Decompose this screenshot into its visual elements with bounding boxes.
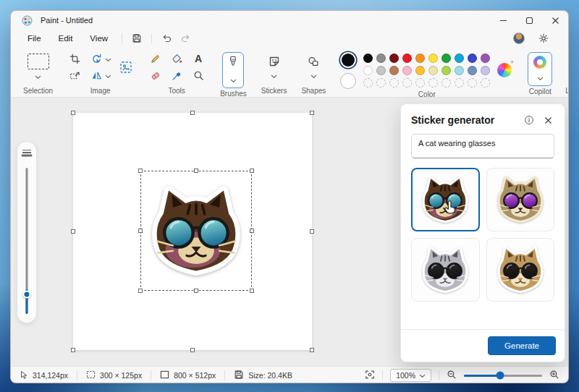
menu-edit[interactable]: Edit bbox=[51, 32, 81, 45]
color-swatch[interactable] bbox=[428, 66, 438, 75]
empty-color-slot[interactable] bbox=[389, 78, 399, 88]
fit-to-screen-icon[interactable] bbox=[365, 370, 375, 381]
color-swatch[interactable] bbox=[441, 66, 451, 75]
canvas-resize-handle[interactable] bbox=[310, 229, 314, 234]
stickers-icon[interactable] bbox=[267, 55, 282, 68]
selection-dropdown-chevron-icon[interactable] bbox=[35, 75, 41, 80]
canvas-resize-handle[interactable] bbox=[310, 348, 314, 352]
selection-handle[interactable] bbox=[250, 169, 254, 173]
empty-color-slot[interactable] bbox=[441, 78, 451, 88]
selection-handle[interactable] bbox=[250, 289, 254, 293]
color-swatch[interactable] bbox=[455, 54, 464, 63]
zoom-in-icon[interactable] bbox=[549, 370, 559, 381]
text-tool-icon[interactable]: A bbox=[191, 52, 206, 65]
color-swatch[interactable] bbox=[455, 66, 464, 75]
color-swatch[interactable] bbox=[363, 66, 373, 75]
info-icon[interactable] bbox=[523, 114, 536, 127]
resize-icon[interactable] bbox=[67, 69, 82, 82]
color-swatch[interactable] bbox=[402, 66, 412, 75]
menu-view[interactable]: View bbox=[82, 32, 116, 45]
empty-color-slot[interactable] bbox=[481, 78, 490, 88]
selection-tool-button[interactable] bbox=[28, 54, 49, 69]
selection-handle[interactable] bbox=[194, 289, 198, 293]
color-swatch[interactable] bbox=[363, 54, 373, 63]
color-swatch[interactable] bbox=[481, 66, 490, 75]
close-button[interactable] bbox=[542, 11, 568, 30]
shapes-chevron-icon[interactable] bbox=[310, 74, 317, 79]
rotate-chevron-icon[interactable] bbox=[105, 52, 111, 65]
color-swatch[interactable] bbox=[402, 54, 412, 63]
edit-colors-button[interactable] bbox=[497, 63, 513, 79]
fill-bucket-icon[interactable] bbox=[169, 52, 184, 65]
color-swatch[interactable] bbox=[415, 54, 425, 63]
empty-color-slot[interactable] bbox=[455, 78, 464, 88]
undo-button[interactable] bbox=[158, 31, 175, 46]
sticker-thumbnail-2[interactable] bbox=[486, 168, 555, 231]
empty-color-slot[interactable] bbox=[363, 78, 373, 88]
sticker-thumbnail-4[interactable] bbox=[486, 238, 555, 302]
sticker-thumbnail-3[interactable] bbox=[411, 238, 480, 302]
color-swatch[interactable] bbox=[376, 54, 386, 63]
color-swatch[interactable] bbox=[428, 54, 438, 63]
canvas-resize-handle[interactable] bbox=[71, 111, 75, 115]
color-swatch[interactable] bbox=[389, 66, 399, 75]
flip-icon[interactable] bbox=[89, 69, 103, 82]
zoom-out-icon[interactable] bbox=[447, 370, 457, 381]
eraser-icon[interactable] bbox=[148, 69, 162, 82]
copilot-button[interactable] bbox=[528, 52, 552, 86]
canvas-resize-handle[interactable] bbox=[71, 348, 75, 352]
color-swatch[interactable] bbox=[468, 54, 477, 63]
empty-color-slot[interactable] bbox=[402, 78, 412, 88]
empty-color-slot[interactable] bbox=[428, 78, 438, 88]
empty-color-slot[interactable] bbox=[468, 78, 477, 88]
size-slider-thumb[interactable] bbox=[23, 291, 31, 299]
account-avatar[interactable] bbox=[513, 33, 525, 44]
selection-handle[interactable] bbox=[250, 229, 254, 233]
maximize-button[interactable] bbox=[516, 11, 542, 30]
selection-handle[interactable] bbox=[138, 169, 143, 173]
canvas-resize-handle[interactable] bbox=[190, 111, 195, 115]
sticker-thumbnail-1[interactable] bbox=[411, 168, 480, 231]
selection-handle[interactable] bbox=[194, 169, 198, 173]
selection-handle[interactable] bbox=[138, 229, 143, 233]
prompt-input[interactable] bbox=[411, 134, 554, 158]
selection-handle[interactable] bbox=[138, 289, 143, 293]
color-swatch[interactable] bbox=[441, 54, 451, 63]
panel-close-icon[interactable] bbox=[541, 114, 554, 127]
canvas-sticker[interactable] bbox=[143, 174, 249, 288]
eyedropper-icon[interactable] bbox=[169, 69, 184, 82]
pencil-icon[interactable] bbox=[148, 52, 162, 65]
foreground-color-swatch[interactable] bbox=[340, 52, 356, 68]
menu-file[interactable]: File bbox=[20, 32, 49, 45]
redo-button[interactable] bbox=[177, 31, 194, 46]
zoom-slider[interactable] bbox=[464, 371, 542, 380]
brushes-button[interactable] bbox=[222, 52, 244, 88]
magnifier-icon[interactable] bbox=[191, 69, 206, 82]
canvas-resize-handle[interactable] bbox=[71, 229, 75, 234]
settings-gear-icon[interactable] bbox=[535, 31, 552, 46]
empty-color-slot[interactable] bbox=[376, 78, 386, 88]
color-swatch[interactable] bbox=[389, 54, 399, 63]
crop-icon[interactable] bbox=[67, 52, 82, 65]
canvas-resize-handle[interactable] bbox=[310, 111, 314, 115]
save-button[interactable] bbox=[128, 31, 145, 46]
minimize-button[interactable] bbox=[490, 11, 516, 30]
canvas-resize-handle[interactable] bbox=[190, 348, 195, 352]
rotate-icon[interactable] bbox=[89, 52, 103, 65]
zoom-level-dropdown[interactable]: 100% bbox=[390, 369, 431, 382]
stickers-chevron-icon[interactable] bbox=[271, 74, 277, 79]
background-color-swatch[interactable] bbox=[340, 73, 356, 89]
drawing-canvas[interactable] bbox=[73, 113, 312, 350]
flip-chevron-icon[interactable] bbox=[105, 69, 111, 82]
shapes-icon[interactable] bbox=[306, 55, 321, 68]
zoom-slider-thumb[interactable] bbox=[496, 372, 504, 380]
color-swatch[interactable] bbox=[481, 54, 490, 63]
color-swatch[interactable] bbox=[415, 66, 425, 75]
generate-button[interactable]: Generate bbox=[488, 336, 556, 355]
color-swatch[interactable] bbox=[376, 66, 386, 75]
empty-color-slot[interactable] bbox=[415, 78, 425, 88]
remove-background-icon[interactable] bbox=[119, 61, 133, 74]
color-swatch[interactable] bbox=[468, 66, 477, 75]
sticker-selection[interactable] bbox=[140, 171, 252, 291]
sticker-grid bbox=[401, 158, 565, 302]
